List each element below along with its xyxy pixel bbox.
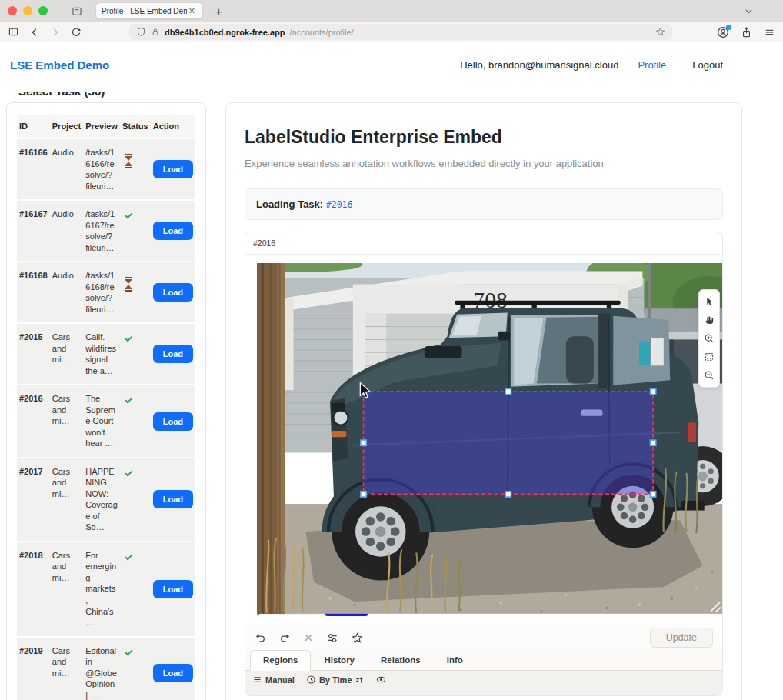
window-controls[interactable] bbox=[8, 6, 48, 15]
privacy-shield-icon[interactable] bbox=[136, 27, 146, 37]
sort-ascending-icon bbox=[355, 675, 364, 685]
new-tab-button[interactable]: + bbox=[215, 5, 222, 17]
sort-by-time-control[interactable]: By Time bbox=[306, 675, 364, 685]
browser-tab[interactable]: Profile - LSE Embed Demo ✕ bbox=[95, 2, 203, 19]
star-icon[interactable] bbox=[352, 632, 363, 644]
group-manual-control[interactable]: Manual bbox=[252, 675, 295, 685]
tab-info[interactable]: Info bbox=[434, 650, 476, 671]
load-button[interactable]: Load bbox=[153, 283, 193, 302]
task-project: Cars and mi… bbox=[50, 638, 84, 700]
col-status: Status bbox=[120, 115, 151, 139]
task-project: Cars and mi… bbox=[50, 385, 84, 458]
url-host: db9e4b1cb0ed.ngrok-free.app bbox=[165, 28, 285, 37]
table-row: #16166 Audio /tasks/16166/resolve/?fileu… bbox=[17, 139, 195, 201]
clock-icon bbox=[306, 675, 316, 685]
col-action: Action bbox=[151, 115, 195, 139]
load-button[interactable]: Load bbox=[153, 490, 193, 508]
main-card: LabelStudio Enterprise Embed Experience … bbox=[225, 102, 742, 700]
load-button[interactable]: Load bbox=[153, 345, 193, 363]
share-icon[interactable] bbox=[741, 26, 752, 38]
toggle-visibility-eye-icon[interactable] bbox=[375, 675, 387, 685]
task-id: #2015 bbox=[17, 324, 50, 385]
task-list-card: ID Project Preview Status Action #16166 … bbox=[6, 102, 206, 700]
status-pending-icon bbox=[125, 154, 132, 168]
chevron-down-icon[interactable] bbox=[744, 6, 754, 16]
site-header: LSE Embed Demo Hello, brandon@humansigna… bbox=[0, 42, 783, 88]
task-preview: The Supreme Court won't hear … bbox=[83, 385, 120, 458]
telephone-pole bbox=[257, 263, 285, 614]
tab-bar: Profile - LSE Embed Demo ✕ + bbox=[0, 0, 783, 22]
load-button[interactable]: Load bbox=[153, 412, 193, 431]
task-preview: Calif. wildfires signal the a… bbox=[83, 324, 120, 385]
table-row: #16167 Audio /tasks/16167/resolve/?fileu… bbox=[17, 201, 195, 262]
table-header-row: ID Project Preview Status Action bbox=[17, 115, 195, 139]
browser-chrome: Profile - LSE Embed Demo ✕ + bbox=[0, 0, 783, 42]
tab-close-icon[interactable]: ✕ bbox=[187, 7, 197, 15]
settings-sliders-icon[interactable] bbox=[326, 632, 338, 644]
task-project: Cars and mi… bbox=[50, 458, 84, 542]
profile-link[interactable]: Profile bbox=[638, 59, 666, 71]
url-toolbar: db9e4b1cb0ed.ngrok-free.app/accounts/pro… bbox=[0, 22, 783, 42]
url-path: /accounts/profile/ bbox=[290, 28, 354, 37]
task-id: #16167 bbox=[17, 201, 50, 262]
status-done-icon bbox=[125, 396, 133, 404]
tab-relations[interactable]: Relations bbox=[368, 650, 434, 671]
image-tool-palette bbox=[698, 289, 720, 388]
status-done-icon bbox=[125, 335, 133, 342]
pan-tool-icon[interactable] bbox=[701, 312, 718, 328]
task-id: #16166 bbox=[17, 139, 50, 201]
status-done-icon bbox=[125, 468, 133, 476]
task-table-body: #16166 Audio /tasks/16166/resolve/?fileu… bbox=[17, 139, 195, 700]
maximize-window-button[interactable] bbox=[38, 6, 48, 15]
page-subtitle: Experience seamless annotation workflows… bbox=[245, 158, 723, 169]
task-id: #2017 bbox=[17, 458, 50, 542]
lock-icon bbox=[151, 27, 160, 37]
close-window-button[interactable] bbox=[8, 6, 17, 15]
tab-regions[interactable]: Regions bbox=[250, 650, 311, 671]
bookmark-star-icon[interactable] bbox=[655, 27, 665, 37]
zoom-out-icon[interactable] bbox=[701, 367, 718, 384]
select-tool-icon[interactable] bbox=[701, 293, 718, 310]
table-row: #2018 Cars and mi… For emerging markets … bbox=[17, 542, 195, 638]
status-done-icon bbox=[125, 212, 133, 219]
car-bounding-box[interactable] bbox=[361, 388, 656, 497]
task-project: Cars and mi… bbox=[50, 324, 84, 385]
load-button[interactable]: Load bbox=[153, 222, 193, 240]
undo-icon[interactable] bbox=[255, 632, 266, 644]
tab-history[interactable]: History bbox=[311, 650, 368, 671]
browser-profile-icon[interactable] bbox=[717, 26, 729, 38]
status-done-icon bbox=[125, 648, 133, 655]
redo-icon[interactable] bbox=[279, 632, 291, 644]
table-row: #16168 Audio /tasks/16168/resolve/?fileu… bbox=[17, 262, 195, 324]
minimize-window-button[interactable] bbox=[23, 6, 32, 15]
back-icon[interactable] bbox=[29, 27, 40, 38]
regions-toolbar: Manual By Time bbox=[245, 671, 722, 695]
url-field[interactable]: db9e4b1cb0ed.ngrok-free.app/accounts/pro… bbox=[129, 24, 672, 40]
logout-link[interactable]: Logout bbox=[692, 59, 723, 71]
task-project: Cars and mi… bbox=[50, 542, 84, 638]
tab-title: Profile - LSE Embed Demo bbox=[102, 7, 187, 15]
sidebar-title: Select Task (50) bbox=[18, 92, 105, 101]
loading-label: Loading Task: bbox=[256, 198, 323, 210]
task-table: ID Project Preview Status Action #16166 … bbox=[17, 115, 195, 700]
table-row: #2017 Cars and mi… HAPPENING NOW: Covera… bbox=[17, 458, 195, 542]
task-project: Audio bbox=[50, 201, 84, 262]
annotation-task-id: #2016 bbox=[245, 232, 722, 255]
forward-icon[interactable] bbox=[50, 27, 61, 38]
sidebar-toggle-icon[interactable] bbox=[8, 26, 19, 38]
delete-region-icon[interactable] bbox=[304, 633, 313, 642]
brand-link[interactable]: LSE Embed Demo bbox=[10, 58, 109, 72]
load-button[interactable]: Load bbox=[153, 580, 193, 598]
tab-overview-icon[interactable] bbox=[71, 5, 83, 17]
menu-icon[interactable] bbox=[764, 27, 775, 38]
zoom-in-icon[interactable] bbox=[701, 330, 718, 347]
load-button[interactable]: Load bbox=[153, 664, 193, 682]
task-id: #2016 bbox=[17, 385, 50, 458]
reload-icon[interactable] bbox=[71, 27, 82, 38]
update-button[interactable]: Update bbox=[650, 628, 713, 648]
load-button[interactable]: Load bbox=[153, 160, 193, 178]
col-project: Project bbox=[50, 115, 84, 139]
task-project: Audio bbox=[50, 262, 84, 324]
fit-to-screen-icon[interactable] bbox=[701, 348, 718, 365]
task-image[interactable]: 708 bbox=[257, 263, 722, 614]
